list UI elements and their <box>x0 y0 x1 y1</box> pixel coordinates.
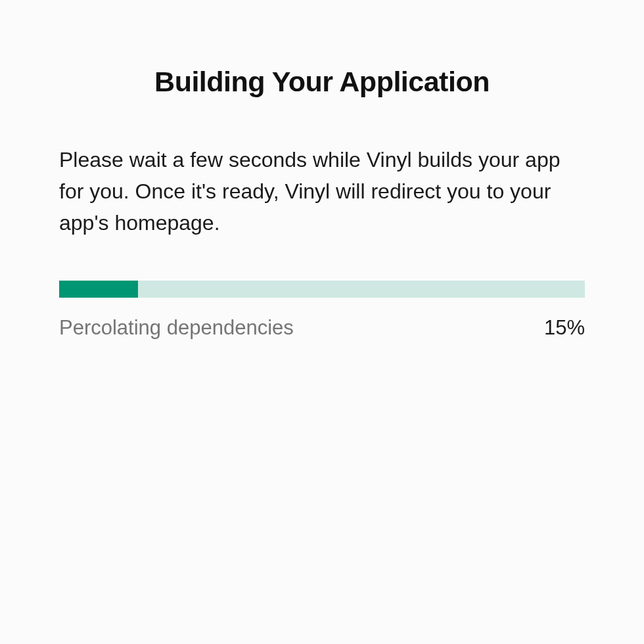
page-title: Building Your Application <box>59 66 585 98</box>
build-description: Please wait a few seconds while Vinyl bu… <box>59 144 585 239</box>
progress-status-text: Percolating dependencies <box>59 316 294 340</box>
build-status-panel: Building Your Application Please wait a … <box>0 0 644 340</box>
progress-bar-fill <box>59 281 138 298</box>
progress-bar <box>59 281 585 298</box>
progress-status-row: Percolating dependencies 15% <box>59 316 585 340</box>
progress-percent-text: 15% <box>544 316 585 340</box>
